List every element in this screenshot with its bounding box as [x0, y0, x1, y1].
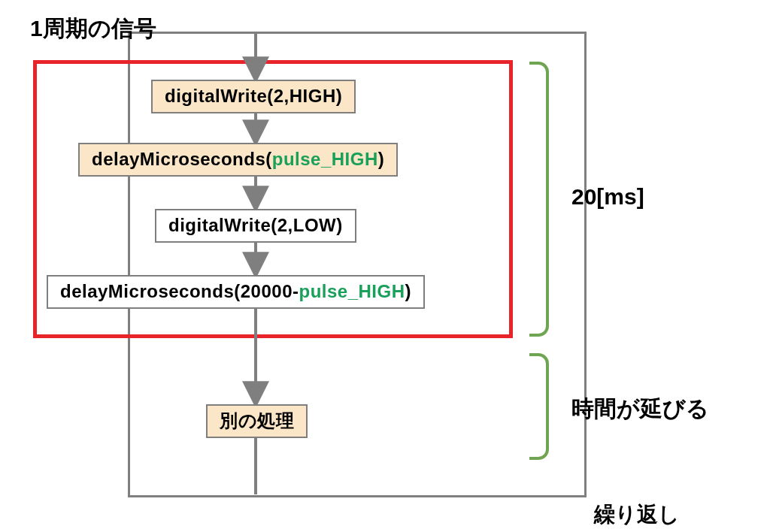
brace-extend	[529, 353, 549, 460]
step-delay-high: delayMicroseconds(pulse_HIGH)	[78, 143, 398, 177]
step-other-processing: 別の処理	[206, 404, 308, 438]
loop-label: 繰り返し	[594, 500, 680, 529]
step-param: pulse_HIGH	[299, 281, 405, 303]
period-label: 20[ms]	[571, 184, 644, 210]
step-text-pre: delayMicroseconds(	[92, 149, 272, 171]
step-param: pulse_HIGH	[272, 149, 378, 171]
step-text: 別の処理	[220, 410, 294, 432]
step-text-post: )	[378, 149, 385, 171]
step-delay-low: delayMicroseconds(20000- pulse_HIGH)	[47, 275, 425, 309]
step-text-pre: delayMicroseconds(20000-	[60, 281, 299, 303]
step-text: digitalWrite(2,LOW)	[168, 215, 343, 237]
step-digitalwrite-high: digitalWrite(2,HIGH)	[151, 80, 356, 113]
extend-label: 時間が延びる	[571, 394, 709, 425]
step-digitalwrite-low: digitalWrite(2,LOW)	[155, 209, 356, 243]
step-text: digitalWrite(2,HIGH)	[165, 86, 342, 107]
flow-arrows	[0, 0, 770, 532]
brace-period	[529, 62, 549, 337]
step-text-post: )	[405, 281, 412, 303]
diagram-canvas: 1周期の信号 digitalWrite(2,HIGH) delayMicrose…	[0, 0, 770, 532]
